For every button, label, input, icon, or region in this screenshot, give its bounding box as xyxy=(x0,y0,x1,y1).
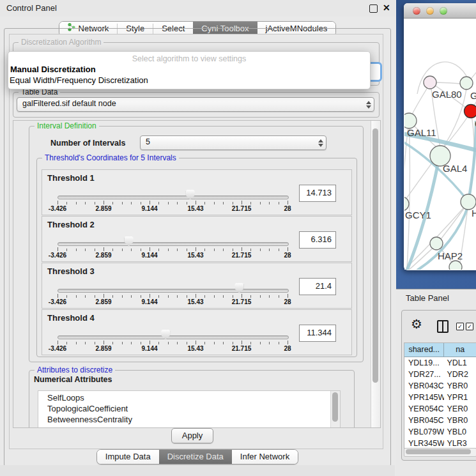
table-data-value: galFiltered.sif default node xyxy=(22,99,116,108)
zoom-traffic-light-icon[interactable] xyxy=(440,7,447,15)
network-node-c[interactable] xyxy=(464,105,476,118)
table-row[interactable]: YBR045CYBR0 xyxy=(404,415,476,426)
attribute-list-item[interactable]: BetweennessCentrality xyxy=(38,414,340,425)
slider-rail[interactable] xyxy=(58,196,289,199)
tick-label: 2.859 xyxy=(87,345,120,352)
network-node-hap2[interactable] xyxy=(430,237,443,250)
columns-icon[interactable] xyxy=(437,320,449,333)
network-node-gal11[interactable] xyxy=(404,113,417,128)
attribute-list-item[interactable]: SelfLoops xyxy=(38,392,340,403)
threshold-label: Threshold 4 xyxy=(47,313,95,323)
apply-button[interactable]: Apply xyxy=(171,428,213,443)
table-cell: YDL1 xyxy=(444,357,476,369)
tick-label: -3.426 xyxy=(41,252,74,259)
tab-infer-network[interactable]: Infer Network xyxy=(232,450,298,464)
table-panel-title: Table Panel xyxy=(406,293,449,303)
gear-icon[interactable]: ⚙ xyxy=(411,318,422,330)
tick-label: 2.859 xyxy=(87,205,120,212)
threshold-panel-1: Threshold 1-3.4262.8599.14415.4321.71528… xyxy=(42,169,352,215)
slider-rail[interactable] xyxy=(58,335,289,339)
network-node-gal80[interactable] xyxy=(424,76,436,89)
table-row[interactable]: YER054CYER0 xyxy=(404,403,476,415)
table-cell: YDR2 xyxy=(444,369,476,380)
table-cell: YDL19... xyxy=(404,357,444,369)
table-row[interactable]: YLR345WYLR3 xyxy=(404,438,476,449)
table-cell: YBR043C xyxy=(404,380,444,392)
tick-label: 15.43 xyxy=(179,298,212,305)
close-icon[interactable]: ✕ xyxy=(383,3,390,13)
network-node[interactable] xyxy=(449,261,462,270)
network-node-ga[interactable] xyxy=(460,77,473,89)
node-label: H xyxy=(472,208,476,219)
table-cell: YPR1 xyxy=(444,392,476,403)
node-label: HAP2 xyxy=(438,250,463,261)
minimize-traffic-light-icon[interactable] xyxy=(426,7,434,15)
table-cell: YBL0 xyxy=(444,426,476,438)
number-of-intervals-combobox[interactable]: 5 xyxy=(140,135,326,150)
network-canvas[interactable]: GAL80GACGAL11GAL4GCY1HHAP2 xyxy=(404,19,476,270)
main-scrollbar[interactable] xyxy=(371,121,380,427)
dropdown-option-manual[interactable]: Manual Discretization xyxy=(10,65,96,74)
bottom-strip xyxy=(0,465,395,476)
threshold-value-field[interactable]: 14.713 xyxy=(299,185,336,202)
tab-impute-data[interactable]: Impute Data xyxy=(97,450,159,464)
attribute-list-item[interactable]: TopologicalCoefficient xyxy=(38,403,340,414)
table-cell: YER0 xyxy=(444,403,476,415)
column-header-na[interactable]: na xyxy=(444,343,476,357)
threshold-value-field[interactable]: 6.316 xyxy=(299,231,336,249)
close-traffic-light-icon[interactable] xyxy=(413,7,420,15)
panel-title: Control Panel xyxy=(6,3,57,13)
table-h-scrollbar[interactable] xyxy=(404,448,476,457)
tick-label: 9.144 xyxy=(133,252,166,259)
table-row[interactable]: YPR145WYPR1 xyxy=(404,392,476,403)
network-node-gcy1[interactable] xyxy=(404,197,409,211)
list-scrollbar[interactable] xyxy=(330,391,340,428)
table-row[interactable]: YDR27...YDR2 xyxy=(404,369,476,380)
tick-label: 15.43 xyxy=(179,345,212,352)
node-label: GA xyxy=(470,90,476,101)
tick-label: 9.144 xyxy=(133,298,166,305)
number-of-intervals-value: 5 xyxy=(146,137,150,146)
tick-label: 9.144 xyxy=(133,345,166,352)
float-window-icon[interactable] xyxy=(369,4,378,13)
slider-rail[interactable] xyxy=(58,289,289,293)
threshold-label: Threshold 3 xyxy=(47,266,95,276)
threshold-value-field[interactable]: 21.4 xyxy=(299,278,336,295)
tick-label: 21.715 xyxy=(225,205,258,212)
table-cell: YBL079W xyxy=(404,426,444,438)
combo-stepper-icon xyxy=(366,98,371,111)
table-cell: YPR145W xyxy=(404,392,444,403)
control-panel-titlebar: Control Panel ✕ xyxy=(0,0,395,17)
node-label: GAL11 xyxy=(407,127,436,138)
tick-label: -3.426 xyxy=(41,298,74,305)
table-data-combobox[interactable]: galFiltered.sif default node xyxy=(17,97,374,112)
tick-label: -3.426 xyxy=(41,205,74,212)
table-cell: YLR3 xyxy=(444,438,476,449)
slider-rail[interactable] xyxy=(58,242,289,246)
table-row[interactable]: YBR043CYBR0 xyxy=(404,380,476,392)
tick-label: 15.43 xyxy=(179,252,212,259)
checkbox-icon[interactable]: ✓ xyxy=(456,323,464,330)
threshold-label: Threshold 1 xyxy=(47,173,95,183)
numerical-attributes-list[interactable]: SelfLoopsTopologicalCoefficientBetweenne… xyxy=(38,390,341,428)
tick-label: 28 xyxy=(271,205,304,212)
tick-label: 21.715 xyxy=(225,345,258,352)
algorithm-group-title: Discretization Algorithm xyxy=(19,38,104,47)
combo-stepper-icon xyxy=(318,136,323,150)
table-cell: YER054C xyxy=(404,403,444,415)
tick-label: -3.426 xyxy=(41,345,74,352)
node-table[interactable]: shared...na YDL19...YDL1YDR27...YDR2YBR0… xyxy=(404,342,476,449)
tick-label: 28 xyxy=(271,298,304,305)
checkbox-icon[interactable]: ✓ xyxy=(466,323,473,330)
bottom-tab-bar: Impute DataDiscretize DataInfer Network xyxy=(0,449,395,464)
dropdown-option-equal-width[interactable]: Equal Width/Frequency Discretization xyxy=(10,75,148,85)
tab-discretize-data[interactable]: Discretize Data xyxy=(159,450,232,464)
table-row[interactable]: YDL19...YDL1 xyxy=(404,357,476,369)
tick-label: 15.43 xyxy=(179,205,212,212)
table-cell: YLR345W xyxy=(404,438,444,449)
threshold-value-field[interactable]: 11.344 xyxy=(299,325,336,342)
screenshot-root: Control Panel ✕ NetworkStyleSelectCyni T… xyxy=(0,0,476,476)
table-row[interactable]: YBL079WYBL0 xyxy=(404,426,476,438)
column-header-shared-[interactable]: shared... xyxy=(404,343,444,357)
table-cell: YBR0 xyxy=(444,380,476,392)
